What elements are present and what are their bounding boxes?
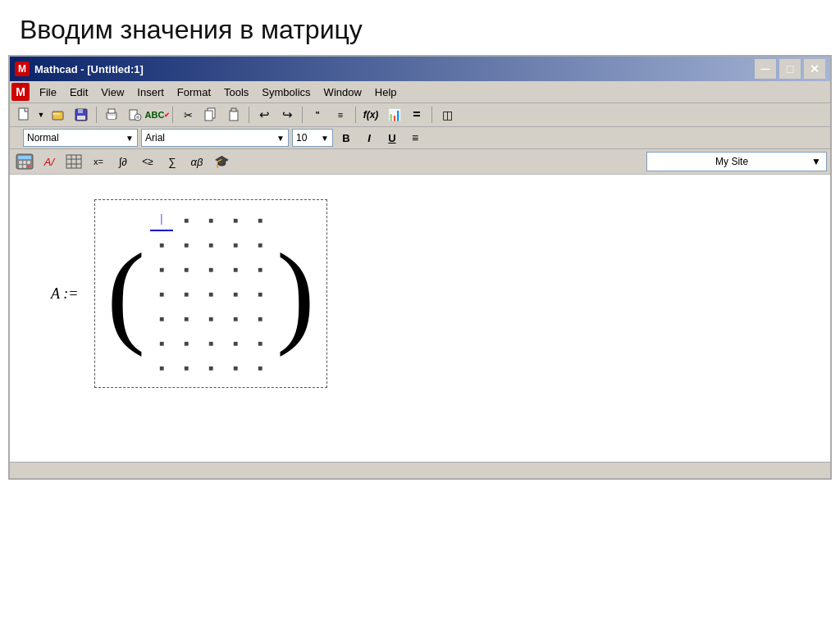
left-bracket: ( bbox=[107, 236, 145, 351]
matrix-cell-6-1[interactable] bbox=[175, 356, 198, 379]
svg-rect-4 bbox=[78, 109, 83, 113]
minimize-button[interactable]: ─ bbox=[755, 59, 776, 79]
matrix-cell-5-1[interactable] bbox=[175, 331, 198, 354]
calculator-button[interactable] bbox=[13, 151, 36, 172]
cut-button[interactable]: ✂ bbox=[177, 105, 199, 125]
help-button[interactable]: 🎓 bbox=[210, 151, 233, 172]
calculus-button[interactable]: ∫∂ bbox=[112, 151, 135, 172]
menu-help[interactable]: Help bbox=[368, 84, 404, 100]
matrix-cell-5-2[interactable] bbox=[199, 331, 222, 354]
resources-button[interactable]: 📊 bbox=[383, 105, 404, 125]
align-button[interactable]: ≡ bbox=[405, 129, 425, 147]
matrix-cell-0-1[interactable] bbox=[175, 208, 198, 231]
matrix-cell-4-2[interactable] bbox=[199, 307, 222, 330]
matrix-cell-4-0[interactable] bbox=[150, 307, 173, 330]
standard-toolbar: ▼ ABC✔ ✂ ↩ ↪ " ≡ f(x) 📊 = ◫ bbox=[10, 103, 830, 127]
matrix-cell-5-4[interactable] bbox=[249, 331, 272, 354]
matrix-cell-4-4[interactable] bbox=[249, 307, 272, 330]
svg-rect-15 bbox=[231, 108, 236, 112]
programming-button[interactable]: ∑ bbox=[161, 151, 184, 172]
matrix-cell-2-3[interactable] bbox=[224, 258, 247, 280]
matrix-cell-3-3[interactable] bbox=[224, 282, 247, 305]
bold-button[interactable]: B bbox=[336, 129, 356, 147]
matrix-cell-6-3[interactable] bbox=[224, 356, 247, 379]
site-select[interactable]: My Site ▼ bbox=[646, 152, 827, 171]
matrix-cell-5-0[interactable] bbox=[150, 331, 173, 354]
separator-1 bbox=[96, 107, 97, 123]
matrix-cell-1-3[interactable] bbox=[224, 233, 247, 256]
save-button[interactable] bbox=[71, 105, 92, 125]
menu-tools[interactable]: Tools bbox=[217, 84, 255, 100]
graph-button[interactable]: A/ bbox=[38, 151, 61, 172]
maximize-button[interactable]: □ bbox=[779, 59, 801, 79]
evaluate-button[interactable]: x= bbox=[87, 151, 110, 172]
insert-math-button[interactable]: " bbox=[307, 105, 328, 125]
menu-window[interactable]: Window bbox=[317, 84, 368, 100]
matrix-cell-0-4[interactable] bbox=[249, 208, 272, 231]
menu-symbolics[interactable]: Symbolics bbox=[255, 84, 317, 100]
matrix-cell-5-3[interactable] bbox=[224, 331, 247, 354]
open-button[interactable] bbox=[48, 105, 69, 125]
matrix-cell-2-0[interactable] bbox=[150, 258, 173, 280]
size-select[interactable]: 10 ▼ bbox=[292, 129, 333, 147]
redo-button[interactable]: ↪ bbox=[276, 105, 298, 125]
title-bar: M Mathcad - [Untitled:1] ─ □ ✕ bbox=[10, 57, 830, 81]
matrix-cell-0-0[interactable]: | bbox=[150, 208, 173, 231]
matrix-cell-1-2[interactable] bbox=[199, 233, 222, 256]
menu-format[interactable]: Format bbox=[171, 84, 217, 100]
matrix-cell-4-3[interactable] bbox=[224, 307, 247, 330]
print-preview-button[interactable] bbox=[124, 105, 145, 125]
svg-point-11 bbox=[136, 116, 139, 119]
menu-file[interactable]: File bbox=[33, 84, 63, 100]
matrix-button[interactable] bbox=[62, 151, 85, 172]
paste-button[interactable] bbox=[223, 105, 244, 125]
style-select[interactable]: Normal ▼ bbox=[23, 129, 138, 147]
menu-insert[interactable]: Insert bbox=[130, 84, 171, 100]
matrix-cell-3-1[interactable] bbox=[175, 282, 198, 305]
undo-button[interactable]: ↩ bbox=[253, 105, 275, 125]
matrix-bracket-container: ( | bbox=[107, 208, 314, 379]
dropdown-arrow[interactable]: ▼ bbox=[36, 105, 46, 125]
menu-view[interactable]: View bbox=[94, 84, 130, 100]
insert-text-button[interactable]: ≡ bbox=[330, 105, 351, 125]
matrix-cell-2-4[interactable] bbox=[249, 258, 272, 280]
svg-rect-8 bbox=[108, 116, 115, 119]
matrix-cell-2-1[interactable] bbox=[175, 258, 198, 280]
new-button[interactable] bbox=[13, 105, 34, 125]
matrix-cell-0-2[interactable] bbox=[199, 208, 222, 231]
functions-button[interactable]: f(x) bbox=[360, 105, 381, 125]
matrix-cell-4-1[interactable] bbox=[175, 307, 198, 330]
matrix-cell-0-3[interactable] bbox=[224, 208, 247, 231]
greek-button[interactable]: αβ bbox=[185, 151, 208, 172]
matrix-cell-3-2[interactable] bbox=[199, 282, 222, 305]
matrix-cell-6-0[interactable] bbox=[150, 356, 173, 379]
matrix-cell-1-4[interactable] bbox=[249, 233, 272, 256]
matrix-label: A := bbox=[51, 285, 78, 303]
italic-button[interactable]: I bbox=[359, 129, 379, 147]
svg-point-22 bbox=[23, 165, 26, 168]
matrix-cell-6-2[interactable] bbox=[199, 356, 222, 379]
bool-button[interactable]: <≥ bbox=[136, 151, 159, 172]
menu-edit[interactable]: Edit bbox=[63, 84, 94, 100]
underline-button[interactable]: U bbox=[382, 129, 402, 147]
equals-button[interactable]: = bbox=[406, 105, 427, 125]
style-arrow: ▼ bbox=[126, 134, 134, 143]
svg-rect-7 bbox=[108, 109, 115, 113]
matrix-box[interactable]: ( | bbox=[94, 199, 326, 388]
font-select[interactable]: Arial ▼ bbox=[141, 129, 289, 147]
matrix-cell-1-1[interactable] bbox=[175, 233, 198, 256]
spellcheck-button[interactable]: ABC✔ bbox=[147, 105, 168, 125]
matrix-region: A := ( | bbox=[51, 199, 327, 388]
matrix-cell-3-0[interactable] bbox=[150, 282, 173, 305]
copy-button[interactable] bbox=[200, 105, 221, 125]
extra-button[interactable]: ◫ bbox=[436, 105, 458, 125]
mathcad-menu-icon: M bbox=[11, 83, 30, 101]
matrix-cell-1-0[interactable] bbox=[150, 233, 173, 256]
matrix-cell-3-4[interactable] bbox=[249, 282, 272, 305]
print-button[interactable] bbox=[101, 105, 122, 125]
close-button[interactable]: ✕ bbox=[804, 59, 825, 79]
right-bracket: ) bbox=[276, 236, 315, 351]
matrix-cell-2-2[interactable] bbox=[199, 258, 222, 280]
matrix-cell-6-4[interactable] bbox=[249, 356, 272, 379]
svg-rect-2 bbox=[52, 113, 60, 115]
